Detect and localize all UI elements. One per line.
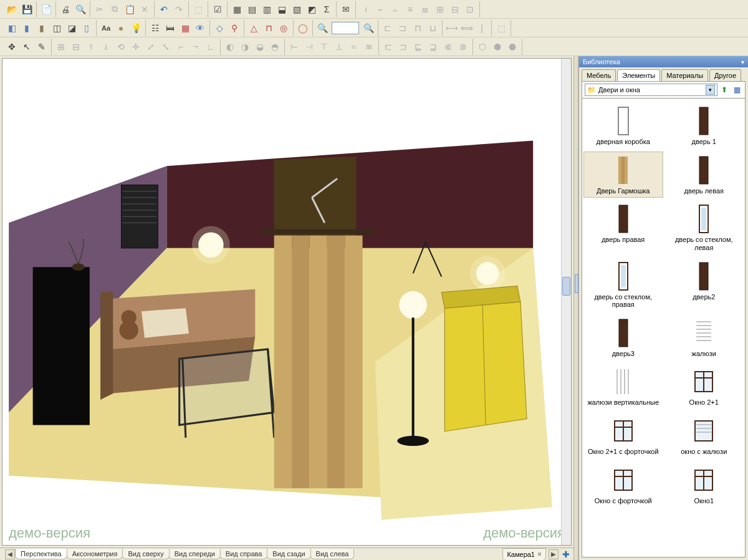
t3t-icon[interactable]: ≈ (347, 40, 361, 54)
panel-title-bar[interactable]: Библиотека ▾ (579, 56, 748, 67)
zoom-in-icon[interactable]: 🔍 (362, 21, 375, 35)
viewport-3d[interactable]: демо-версия демо-версия (2, 58, 572, 546)
t3r-icon[interactable]: ⊤ (317, 40, 331, 54)
triangle-icon[interactable]: △ (247, 21, 261, 35)
life-ring-icon[interactable]: ◯ (296, 21, 310, 35)
group-icon[interactable]: ⬚ (191, 2, 205, 16)
dropdown-icon[interactable]: ▾ (706, 85, 715, 95)
dim-b-icon[interactable]: ⟺ (460, 21, 474, 35)
sphere-icon[interactable]: ● (114, 21, 128, 35)
t3v-icon[interactable]: ⊏ (381, 40, 395, 54)
library-item[interactable]: дверь левая (664, 152, 744, 198)
camera-tab[interactable]: Камера1 × (502, 548, 546, 561)
paste-icon[interactable]: 📋 (123, 2, 137, 16)
tab-materials[interactable]: Материалы (661, 69, 708, 81)
library-item[interactable]: дверь3 (583, 314, 663, 361)
add-tab-icon[interactable]: ✚ (561, 549, 571, 559)
target-icon[interactable]: ◎ (277, 21, 290, 35)
check-icon[interactable]: ☑ (211, 2, 224, 16)
library-item[interactable]: дверь правая (583, 200, 663, 254)
tab-furniture[interactable]: Мебель (582, 69, 616, 81)
t3c-icon[interactable]: ⫯ (84, 40, 98, 54)
library-item[interactable]: жалюзи вертикальные (583, 363, 663, 410)
marker-icon[interactable]: ⚲ (228, 21, 241, 35)
move-icon[interactable]: ✥ (5, 40, 19, 54)
tool-c-icon[interactable]: ▥ (260, 2, 274, 16)
library-item[interactable]: Окно 2+1 (664, 363, 744, 410)
view-tab-axon[interactable]: Аксонометрия (67, 549, 123, 559)
magnet-icon[interactable]: ⊓ (262, 21, 276, 35)
dist-c-icon[interactable]: ⊓ (411, 21, 424, 35)
library-item[interactable]: дверь со стеклом, левая (664, 200, 744, 254)
library-item[interactable]: окно с жалюзи (664, 412, 744, 459)
dist-d-icon[interactable]: ⊔ (426, 21, 439, 35)
sigma-icon[interactable]: Σ (320, 2, 333, 16)
end-icon[interactable]: ⬚ (494, 21, 508, 35)
delete-icon[interactable]: ✕ (138, 2, 151, 16)
mail-icon[interactable]: ✉ (339, 2, 353, 16)
library-item[interactable]: Окно1 (664, 461, 744, 508)
zoom-out-icon[interactable]: 🔍 (315, 21, 329, 35)
align-f-icon[interactable]: ⊞ (433, 2, 447, 16)
t3k-icon[interactable]: ∟ (204, 40, 218, 54)
cursor-icon[interactable]: ↖ (20, 40, 34, 54)
zoom-input[interactable] (332, 22, 359, 34)
layer-icon[interactable]: ☷ (148, 21, 162, 35)
library-item[interactable]: дверная коробка (583, 102, 663, 149)
t3dd-icon[interactable]: ⬣ (506, 40, 519, 54)
viewport-vscroll[interactable] (561, 59, 571, 545)
align-e-icon[interactable]: ≣ (418, 2, 432, 16)
t3b-icon[interactable]: ⊟ (69, 40, 83, 54)
tab-elements[interactable]: Элементы (617, 69, 660, 81)
t3f-icon[interactable]: ✛ (129, 40, 143, 54)
view-tab-perspective[interactable]: Перспектива (15, 549, 67, 559)
t3cc-icon[interactable]: ⬢ (491, 40, 504, 54)
align-c-icon[interactable]: ⫠ (388, 2, 402, 16)
align-b-icon[interactable]: ⫟ (373, 2, 387, 16)
category-select[interactable]: 📁 Двери и окна ▾ (585, 84, 717, 96)
panel-collapse-icon[interactable]: ▾ (741, 59, 744, 65)
grid-icon[interactable]: ▦ (178, 21, 192, 35)
tabs-scroll-right-icon[interactable]: ▶ (549, 549, 559, 559)
bed-icon[interactable]: 🛏 (163, 21, 177, 35)
t3q-icon[interactable]: ⊣ (302, 40, 316, 54)
t3d-icon[interactable]: ⫰ (99, 40, 113, 54)
library-item[interactable]: жалюзи (664, 314, 744, 361)
align-h-icon[interactable]: ⊡ (463, 2, 477, 16)
library-item[interactable]: Дверь Гармошка (583, 152, 663, 198)
save-icon[interactable]: 💾 (20, 2, 34, 16)
box-c-icon[interactable]: ▮ (35, 21, 49, 35)
t3bb-icon[interactable]: ⬡ (476, 40, 489, 54)
page-icon[interactable]: 📄 (39, 2, 53, 16)
box-f-icon[interactable]: ▯ (80, 21, 94, 35)
bulb-icon[interactable]: 💡 (129, 21, 143, 35)
library-item[interactable]: Окно с форточкой (583, 461, 663, 508)
t3p-icon[interactable]: ⊢ (287, 40, 301, 54)
cut-icon[interactable]: ✂ (93, 2, 107, 16)
t3u-icon[interactable]: ≋ (362, 40, 376, 54)
view-tab-top[interactable]: Вид сверху (122, 549, 169, 559)
dim-c-icon[interactable]: | (475, 21, 489, 35)
open-icon[interactable]: 📂 (5, 2, 19, 16)
copy-icon[interactable]: ⧉ (108, 2, 122, 16)
tool-a-icon[interactable]: ▦ (230, 2, 244, 16)
t3w-icon[interactable]: ⊐ (396, 40, 410, 54)
tool-f-icon[interactable]: ◩ (305, 2, 319, 16)
t3o-icon[interactable]: ◓ (268, 40, 282, 54)
tab-other[interactable]: Другое (709, 69, 741, 81)
box-b-icon[interactable]: ▮ (20, 21, 34, 35)
edit-icon[interactable]: ✎ (35, 40, 49, 54)
sidebar-resize-handle[interactable] (573, 56, 578, 560)
t3z-icon[interactable]: ⋐ (441, 40, 455, 54)
view-tab-left[interactable]: Вид слева (310, 549, 355, 559)
close-icon[interactable]: × (537, 550, 542, 559)
t3n-icon[interactable]: ◒ (253, 40, 267, 54)
view-tab-back[interactable]: Вид сзади (267, 549, 310, 559)
library-item[interactable]: дверь2 (664, 258, 744, 312)
box-e-icon[interactable]: ◪ (65, 21, 79, 35)
view-tab-right[interactable]: Вид справа (220, 549, 268, 559)
align-d-icon[interactable]: ≡ (403, 2, 417, 16)
t3s-icon[interactable]: ⊥ (332, 40, 346, 54)
t3e-icon[interactable]: ⟲ (114, 40, 128, 54)
t3i-icon[interactable]: ⌐ (174, 40, 188, 54)
